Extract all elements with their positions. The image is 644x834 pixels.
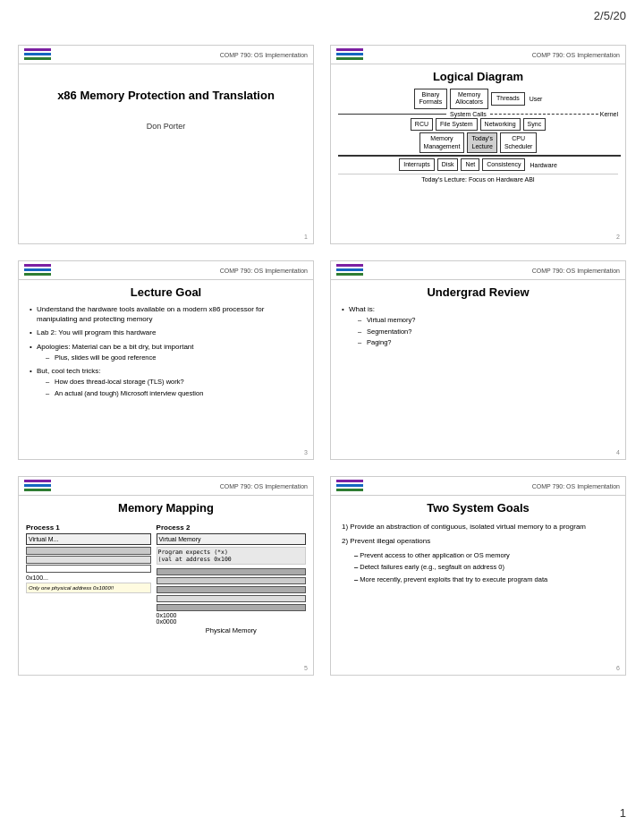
slide-1: COMP 790: OS Implementation x86 Memory P… <box>18 45 314 244</box>
slide-3-header: COMP 790: OS Implementation <box>19 261 313 280</box>
slide-3-course: COMP 790: OS Implementation <box>220 268 308 274</box>
addr3: 0x0000 <box>157 618 306 625</box>
sub-bullet-3-1: Plus, slides will be good reference <box>46 353 306 363</box>
slide-2-course: COMP 790: OS Implementation <box>532 52 620 58</box>
slide-3-title: Lecture Goal <box>26 285 306 299</box>
logo-bar-15 <box>24 489 51 491</box>
phys-row-5 <box>157 604 306 611</box>
logo-3 <box>24 264 51 277</box>
note1: Only one physical address 0x1000!! <box>26 583 151 593</box>
bullet-3: Apologies: Material can be a bit dry, bu… <box>30 342 306 363</box>
goals-text: 1) Provide an abstraction of contiguous,… <box>338 520 618 588</box>
phys-row-2 <box>157 577 306 584</box>
slide-3: COMP 790: OS Implementation Lecture Goal… <box>18 260 314 460</box>
process2-section: Process 2 Virtual Memory Program expects… <box>157 523 306 634</box>
slide-1-content: x86 Memory Protection and Translation Do… <box>19 64 313 243</box>
disk-box: Disk <box>437 158 459 171</box>
undergrad-sub-3: Paging? <box>358 338 618 348</box>
slide-1-header: COMP 790: OS Implementation <box>19 46 313 64</box>
bullet-3-sub: Plus, slides will be good reference <box>37 353 306 363</box>
vm-rows-1 <box>26 547 151 573</box>
code-block: Program expects (*x) (val at address 0x1… <box>157 547 306 565</box>
filesystem-box: File System <box>436 118 478 131</box>
logo-bar-18 <box>336 489 363 491</box>
slide-2-number: 2 <box>616 234 620 240</box>
lecture-goal-bullets: Understand the hardware tools available … <box>26 304 306 398</box>
undergrad-sub-2: Segmentation? <box>358 328 618 337</box>
threads-box: Threads <box>491 92 525 105</box>
logo-4 <box>336 264 363 277</box>
sub-bullet-4-1: How does thread-local storage (TLS) work… <box>46 378 306 387</box>
slide-4-number: 4 <box>616 449 620 455</box>
logo-bar-6 <box>336 57 363 60</box>
phys-row-1 <box>157 568 306 575</box>
logo-bar-4 <box>336 48 363 51</box>
sub-goal-1: – Prevent access to other application or… <box>354 550 614 560</box>
code-line1: Program expects (*x) <box>158 549 304 556</box>
slide-4-course: COMP 790: OS Implementation <box>532 268 620 274</box>
memory-management-box: MemoryManagement <box>419 132 465 153</box>
undergrad-bullet-1: What is: Virtual memory? Segmentation? P… <box>342 304 618 348</box>
bullet-4-sub: How does thread-local storage (TLS) work… <box>37 378 306 398</box>
logo-bar-12 <box>336 273 363 276</box>
memory-allocators-box: MemoryAllocators <box>450 89 488 109</box>
slide-5-course: COMP 790: OS Implementation <box>220 483 308 489</box>
undergrad-bullets: What is: Virtual memory? Segmentation? P… <box>338 304 618 348</box>
slide-1-title: x86 Memory Protection and Translation <box>26 88 306 104</box>
slide-6-header: COMP 790: OS Implementation <box>331 477 625 496</box>
phys-row-4 <box>157 595 306 602</box>
today-note: Today's Lecture: Focus on Hardware ABI <box>338 174 618 183</box>
slide-2-header: COMP 790: OS Implementation <box>331 46 625 64</box>
slide-4-content: Undergrad Review What is: Virtual memory… <box>331 280 625 459</box>
binary-formats-box: BinaryFormats <box>414 89 448 109</box>
cpu-scheduler-box: CPUScheduler <box>500 132 538 153</box>
goal1: 1) Provide an abstraction of contiguous,… <box>342 522 614 532</box>
code-line2: (val at address 0x100 <box>158 556 304 563</box>
bullet-2: Lab 2: You will program this hardware <box>30 328 306 337</box>
slide-1-number: 1 <box>304 234 308 240</box>
logo-bar-13 <box>24 480 51 482</box>
slide-2: COMP 790: OS Implementation Logical Diag… <box>330 45 626 244</box>
logo-bar-11 <box>336 268 363 271</box>
logo-5 <box>24 480 51 492</box>
system-calls-label: System Calls <box>446 111 490 117</box>
rcu-box: RCU <box>411 118 433 131</box>
todays-lecture-box: Today'sLecture <box>467 132 497 153</box>
logical-diagram: BinaryFormats MemoryAllocators Threads U… <box>338 89 618 183</box>
logo-bar-2 <box>24 53 51 55</box>
bottom-page-number: 1 <box>620 806 626 820</box>
vm-row-1 <box>26 547 151 555</box>
interrupts-box: Interrupts <box>399 158 435 171</box>
goal2: 2) Prevent illegal operations <box>342 536 614 547</box>
phys-rows <box>157 568 306 612</box>
net-box: Net <box>461 158 479 171</box>
phys-row-3 <box>157 586 306 593</box>
sub-goal-3: – More recently, prevent exploits that t… <box>354 574 614 584</box>
kernel-label: Kernel <box>600 111 618 117</box>
process2-label: Process 2 <box>157 523 306 532</box>
sub-bullet-4-2: An actual (and tough) Microsoft intervie… <box>46 389 306 399</box>
logo-bar-10 <box>336 264 363 267</box>
vm-row-3 <box>26 565 151 573</box>
sub-goals: – Prevent access to other application or… <box>342 550 614 584</box>
undergrad-sub-1: Virtual memory? <box>358 316 618 326</box>
slide-5-number: 5 <box>304 665 308 671</box>
logo-bar-1 <box>24 48 51 51</box>
consistency-box: Consistency <box>482 158 525 171</box>
logo-2 <box>336 48 363 61</box>
logo-6 <box>336 480 363 492</box>
vm-label2: Virtual Memory <box>157 533 306 545</box>
networking-box: Networking <box>480 118 521 131</box>
slide-6-content: Two System Goals 1) Provide an abstracti… <box>331 496 625 675</box>
addr2: 0x1000 <box>157 612 306 618</box>
slide-1-course: COMP 790: OS Implementation <box>220 52 308 58</box>
process1-section: Process 1 Virtual M... 0x100... Only one… <box>26 523 151 634</box>
slide-5-content: Memory Mapping Process 1 Virtual M... 0x… <box>19 496 313 675</box>
vm-label1: Virtual M... <box>26 533 151 545</box>
logo-bar-17 <box>336 484 363 487</box>
slide-4-title: Undergrad Review <box>338 285 618 299</box>
slide-4: COMP 790: OS Implementation Undergrad Re… <box>330 260 626 460</box>
logo-bar-5 <box>336 53 363 55</box>
slides-grid: COMP 790: OS Implementation x86 Memory P… <box>18 45 626 676</box>
bullet-4: But, cool tech tricks: How does thread-l… <box>30 366 306 398</box>
